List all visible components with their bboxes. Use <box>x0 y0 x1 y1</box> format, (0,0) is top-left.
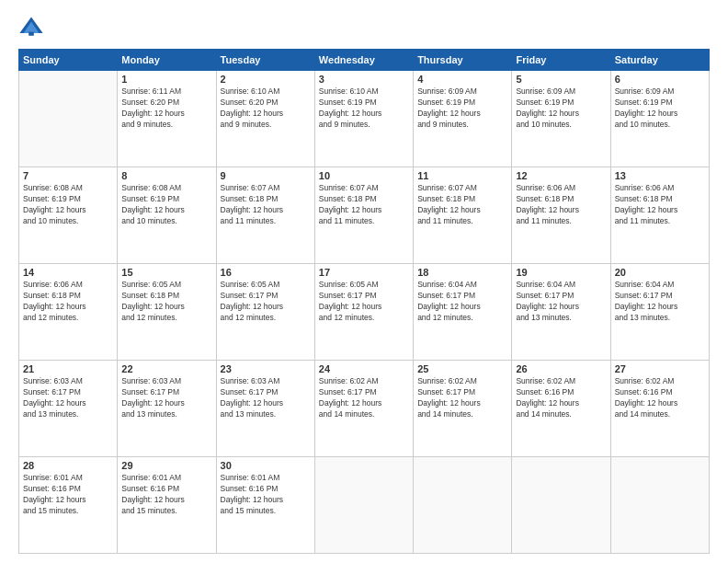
day-number: 11 <box>417 170 507 181</box>
calendar-cell: 21Sunrise: 6:03 AM Sunset: 6:17 PM Dayli… <box>19 361 118 457</box>
day-info: Sunrise: 6:03 AM Sunset: 6:17 PM Dayligh… <box>221 376 311 420</box>
day-number: 12 <box>516 170 606 181</box>
calendar-cell: 5Sunrise: 6:09 AM Sunset: 6:19 PM Daylig… <box>512 71 610 167</box>
day-info: Sunrise: 6:08 AM Sunset: 6:19 PM Dayligh… <box>121 183 211 227</box>
day-number: 8 <box>121 170 211 181</box>
day-number: 16 <box>221 267 311 278</box>
day-info: Sunrise: 6:04 AM Sunset: 6:17 PM Dayligh… <box>417 280 507 324</box>
calendar-cell: 30Sunrise: 6:01 AM Sunset: 6:16 PM Dayli… <box>216 457 314 554</box>
day-info: Sunrise: 6:04 AM Sunset: 6:17 PM Dayligh… <box>516 280 606 324</box>
calendar-cell: 17Sunrise: 6:05 AM Sunset: 6:17 PM Dayli… <box>314 264 413 361</box>
day-number: 29 <box>121 460 211 471</box>
day-number: 7 <box>23 170 113 181</box>
logo-icon <box>18 14 44 40</box>
day-number: 2 <box>221 74 311 85</box>
day-info: Sunrise: 6:09 AM Sunset: 6:19 PM Dayligh… <box>615 86 705 131</box>
calendar-cell: 2Sunrise: 6:10 AM Sunset: 6:20 PM Daylig… <box>216 71 314 167</box>
day-number: 22 <box>121 363 211 374</box>
page: SundayMondayTuesdayWednesdayThursdayFrid… <box>0 0 728 563</box>
day-info: Sunrise: 6:08 AM Sunset: 6:19 PM Dayligh… <box>23 183 113 227</box>
day-number: 17 <box>319 267 409 278</box>
calendar-header-row: SundayMondayTuesdayWednesdayThursdayFrid… <box>19 50 710 71</box>
day-number: 30 <box>221 460 311 471</box>
day-number: 21 <box>23 363 113 374</box>
calendar-cell <box>610 457 709 554</box>
day-info: Sunrise: 6:02 AM Sunset: 6:17 PM Dayligh… <box>319 376 409 420</box>
calendar-cell: 18Sunrise: 6:04 AM Sunset: 6:17 PM Dayli… <box>414 264 512 361</box>
calendar-week-row: 28Sunrise: 6:01 AM Sunset: 6:16 PM Dayli… <box>19 457 710 554</box>
calendar-table: SundayMondayTuesdayWednesdayThursdayFrid… <box>18 49 710 554</box>
day-number: 24 <box>319 363 409 374</box>
calendar-cell: 9Sunrise: 6:07 AM Sunset: 6:18 PM Daylig… <box>216 167 314 264</box>
calendar-cell <box>414 457 512 554</box>
day-number: 4 <box>417 74 507 85</box>
day-number: 14 <box>23 267 113 278</box>
calendar-cell: 26Sunrise: 6:02 AM Sunset: 6:16 PM Dayli… <box>512 361 610 457</box>
calendar-day-header: Wednesday <box>314 50 413 71</box>
day-info: Sunrise: 6:06 AM Sunset: 6:18 PM Dayligh… <box>516 183 606 227</box>
day-info: Sunrise: 6:11 AM Sunset: 6:20 PM Dayligh… <box>121 86 211 131</box>
day-number: 28 <box>23 460 113 471</box>
day-number: 15 <box>121 267 211 278</box>
calendar-cell: 16Sunrise: 6:05 AM Sunset: 6:17 PM Dayli… <box>216 264 314 361</box>
calendar-cell <box>19 71 118 167</box>
day-info: Sunrise: 6:02 AM Sunset: 6:16 PM Dayligh… <box>516 376 606 420</box>
day-number: 23 <box>221 363 311 374</box>
day-number: 19 <box>516 267 606 278</box>
day-info: Sunrise: 6:05 AM Sunset: 6:17 PM Dayligh… <box>221 280 311 324</box>
calendar-day-header: Monday <box>118 50 216 71</box>
calendar-cell: 25Sunrise: 6:02 AM Sunset: 6:17 PM Dayli… <box>414 361 512 457</box>
calendar-day-header: Tuesday <box>216 50 314 71</box>
calendar-cell: 11Sunrise: 6:07 AM Sunset: 6:18 PM Dayli… <box>414 167 512 264</box>
day-info: Sunrise: 6:03 AM Sunset: 6:17 PM Dayligh… <box>121 376 211 420</box>
day-number: 5 <box>516 74 606 85</box>
day-number: 3 <box>319 74 409 85</box>
day-number: 10 <box>319 170 409 181</box>
day-info: Sunrise: 6:07 AM Sunset: 6:18 PM Dayligh… <box>417 183 507 227</box>
calendar-cell: 24Sunrise: 6:02 AM Sunset: 6:17 PM Dayli… <box>314 361 413 457</box>
header <box>18 14 710 40</box>
calendar-day-header: Friday <box>512 50 610 71</box>
calendar-cell: 1Sunrise: 6:11 AM Sunset: 6:20 PM Daylig… <box>118 71 216 167</box>
day-number: 6 <box>615 74 705 85</box>
calendar-cell: 15Sunrise: 6:05 AM Sunset: 6:18 PM Dayli… <box>118 264 216 361</box>
calendar-week-row: 14Sunrise: 6:06 AM Sunset: 6:18 PM Dayli… <box>19 264 710 361</box>
calendar-cell: 20Sunrise: 6:04 AM Sunset: 6:17 PM Dayli… <box>610 264 709 361</box>
day-number: 13 <box>615 170 705 181</box>
calendar-cell <box>512 457 610 554</box>
calendar-cell: 6Sunrise: 6:09 AM Sunset: 6:19 PM Daylig… <box>610 71 709 167</box>
day-info: Sunrise: 6:01 AM Sunset: 6:16 PM Dayligh… <box>23 473 113 517</box>
day-info: Sunrise: 6:10 AM Sunset: 6:19 PM Dayligh… <box>319 86 409 131</box>
calendar-cell: 22Sunrise: 6:03 AM Sunset: 6:17 PM Dayli… <box>118 361 216 457</box>
day-info: Sunrise: 6:05 AM Sunset: 6:18 PM Dayligh… <box>121 280 211 324</box>
calendar-cell: 3Sunrise: 6:10 AM Sunset: 6:19 PM Daylig… <box>314 71 413 167</box>
calendar-week-row: 7Sunrise: 6:08 AM Sunset: 6:19 PM Daylig… <box>19 167 710 264</box>
svg-rect-2 <box>28 32 34 36</box>
day-info: Sunrise: 6:01 AM Sunset: 6:16 PM Dayligh… <box>221 473 311 517</box>
calendar-cell: 4Sunrise: 6:09 AM Sunset: 6:19 PM Daylig… <box>414 71 512 167</box>
day-info: Sunrise: 6:01 AM Sunset: 6:16 PM Dayligh… <box>121 473 211 517</box>
calendar-cell: 14Sunrise: 6:06 AM Sunset: 6:18 PM Dayli… <box>19 264 118 361</box>
calendar-cell: 13Sunrise: 6:06 AM Sunset: 6:18 PM Dayli… <box>610 167 709 264</box>
day-info: Sunrise: 6:02 AM Sunset: 6:17 PM Dayligh… <box>417 376 507 420</box>
day-info: Sunrise: 6:09 AM Sunset: 6:19 PM Dayligh… <box>417 86 507 131</box>
day-info: Sunrise: 6:10 AM Sunset: 6:20 PM Dayligh… <box>221 86 311 131</box>
day-info: Sunrise: 6:07 AM Sunset: 6:18 PM Dayligh… <box>221 183 311 227</box>
day-info: Sunrise: 6:04 AM Sunset: 6:17 PM Dayligh… <box>615 280 705 324</box>
day-info: Sunrise: 6:06 AM Sunset: 6:18 PM Dayligh… <box>615 183 705 227</box>
day-info: Sunrise: 6:06 AM Sunset: 6:18 PM Dayligh… <box>23 280 113 324</box>
logo <box>18 14 48 40</box>
calendar-cell: 27Sunrise: 6:02 AM Sunset: 6:16 PM Dayli… <box>610 361 709 457</box>
day-info: Sunrise: 6:02 AM Sunset: 6:16 PM Dayligh… <box>615 376 705 420</box>
calendar-cell: 7Sunrise: 6:08 AM Sunset: 6:19 PM Daylig… <box>19 167 118 264</box>
day-number: 1 <box>121 74 211 85</box>
day-number: 9 <box>221 170 311 181</box>
calendar-cell: 19Sunrise: 6:04 AM Sunset: 6:17 PM Dayli… <box>512 264 610 361</box>
calendar-cell: 8Sunrise: 6:08 AM Sunset: 6:19 PM Daylig… <box>118 167 216 264</box>
calendar-week-row: 21Sunrise: 6:03 AM Sunset: 6:17 PM Dayli… <box>19 361 710 457</box>
day-number: 18 <box>417 267 507 278</box>
day-number: 20 <box>615 267 705 278</box>
day-number: 27 <box>615 363 705 374</box>
calendar-cell: 29Sunrise: 6:01 AM Sunset: 6:16 PM Dayli… <box>118 457 216 554</box>
day-info: Sunrise: 6:07 AM Sunset: 6:18 PM Dayligh… <box>319 183 409 227</box>
